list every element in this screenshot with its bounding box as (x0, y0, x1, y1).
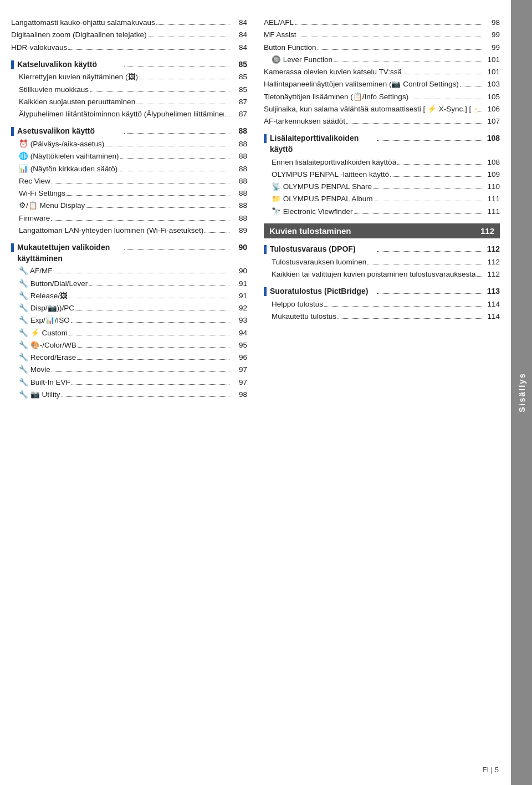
entry-text: Kaikkien suojausten peruuttaminen (19, 96, 135, 108)
entry-dots (52, 183, 229, 183)
section-dots (377, 251, 483, 252)
section-title: Mukautettujen valikoiden käyttäminen (17, 242, 123, 264)
toc-entry: 🔭 Electronic Viewfinder111 (264, 206, 500, 218)
entry-page: 88 (231, 187, 247, 200)
toc-section: Asetusvalikon käyttö88 (11, 126, 247, 137)
toc-entry: Digitaalinen zoom (Digitaalinen telejatk… (11, 29, 247, 41)
entry-text: 🔧 Release/🖼 (19, 290, 68, 302)
entry-text: Kierrettyjen kuvien näyttäminen (🖼) (19, 71, 138, 83)
entry-dots (69, 335, 229, 335)
entry-page: 84 (231, 42, 247, 54)
toc-entry: Tietonäyttöjen lisääminen (📋/Info Settin… (264, 91, 500, 103)
entry-text: ⏰ (Päiväys-/aika-asetus) (19, 138, 104, 150)
toc-entry: 🔧 Built-In EVF97 (11, 376, 247, 389)
entry-text: 📁 OLYMPUS PENPAL Album (272, 193, 373, 205)
toc-entry: Suljinaika, kun salama välähtää automaat… (264, 103, 500, 115)
entry-page: 87 (231, 108, 247, 120)
entry-text: Helppo tulostus (272, 298, 323, 310)
entry-page: 107 (483, 115, 500, 128)
entry-dots (68, 49, 229, 50)
entry-dots (54, 273, 230, 273)
entry-page: 98 (483, 17, 500, 29)
entry-page: 97 (231, 364, 247, 376)
section-title: Lisälaiteporttivalikoiden käyttö (270, 133, 376, 155)
entry-dots (318, 49, 482, 50)
section-dots (377, 293, 483, 294)
entry-page: 85 (231, 84, 247, 96)
highlight-title: Kuvien tulostaminen (269, 226, 351, 236)
entry-page: 96 (231, 351, 247, 364)
entry-dots (71, 384, 229, 385)
entry-page: 110 (483, 181, 500, 193)
entry-text: Rec View (19, 175, 50, 187)
left-column: Langattomasti kauko-ohjattu salamakuvaus… (11, 17, 247, 763)
entry-page: 108 (483, 156, 500, 169)
entry-page: 105 (483, 91, 500, 103)
toc-entry: OLYMPUS PENPAL -laitteen käyttö109 (264, 169, 500, 181)
entry-dots (346, 123, 482, 124)
entry-page: 99 (483, 29, 500, 41)
entry-page: 91 (231, 278, 247, 290)
section-page: 113 (483, 286, 500, 297)
toc-section: Lisälaiteporttivalikoiden käyttö108 (264, 133, 500, 155)
page-container: Sisällys Langattomasti kauko-ohjattu sal… (0, 0, 532, 785)
entry-page: 88 (231, 200, 247, 212)
entry-text: Tulostusvarauksen luominen (272, 256, 366, 268)
entry-dots (390, 176, 482, 177)
entry-text: Hallintapaneelinäyttöjen valitseminen (📷… (264, 78, 459, 90)
toc-section: Suoratulostus (PictBridge)113 (264, 286, 500, 297)
entry-page: 114 (483, 298, 500, 310)
entry-page: 114 (483, 310, 500, 323)
side-tab: Sisällys (511, 0, 532, 785)
entry-text: HDR-valokuvaus (11, 42, 67, 54)
entry-page: 101 (483, 54, 500, 66)
entry-text: 🔧 📷 Utility (19, 389, 60, 401)
entry-page: 103 (483, 78, 500, 90)
toc-entry: 🔧 Exp/📊/ISO93 (11, 314, 247, 327)
entry-page: 88 (231, 150, 247, 162)
toc-entry: 📡 OLYMPUS PENPAL Share110 (264, 181, 500, 193)
entry-text: 🔧 Button/Dial/Lever (19, 278, 88, 290)
entry-dots (148, 37, 229, 37)
entry-text: 🔧 Disp/📷))/PC (19, 302, 74, 314)
entry-text: 🔧 Record/Erase (19, 351, 76, 364)
entry-page: 109 (483, 169, 500, 181)
entry-page: 95 (231, 339, 247, 351)
entry-dots (410, 99, 482, 99)
entry-page: 88 (231, 163, 247, 175)
section-bar (264, 287, 267, 296)
entry-dots (204, 232, 229, 233)
toc-entry: Kaikkien suojausten peruuttaminen87 (11, 96, 247, 108)
entry-text: 📊 (Näytön kirkkauden säätö) (19, 163, 117, 175)
section-page: 85 (231, 59, 247, 70)
entry-dots (298, 37, 482, 37)
entry-dots (119, 171, 229, 171)
entry-text: Kamerassa olevien kuvien katselu TV:ssä (264, 66, 402, 78)
entry-dots (69, 298, 229, 298)
entry-page: 99 (483, 42, 500, 54)
entry-page: 98 (231, 389, 247, 401)
entry-text: Stillkuvien muokkaus (19, 84, 89, 96)
section-bar (11, 243, 14, 252)
toc-section: Katseluvalikon käyttö85 (11, 59, 247, 70)
entry-text: 🔧 Exp/📊/ISO (19, 314, 70, 327)
entry-dots (105, 146, 229, 146)
entry-dots (334, 62, 482, 62)
toc-entry: 🔧 Record/Erase96 (11, 351, 247, 364)
entry-text: Suljinaika, kun salama välähtää automaat… (264, 103, 477, 115)
entry-page: 88 (231, 175, 247, 187)
entry-text: 📡 OLYMPUS PENPAL Share (272, 181, 372, 193)
toc-entry: Älypuhelimen liitäntätoiminnon käyttö (Ä… (11, 108, 247, 120)
entry-text: AF-tarkennuksen säädöt (264, 115, 345, 128)
entry-page: 87 (231, 96, 247, 108)
toc-entry: Mukautettu tulostus114 (264, 310, 500, 323)
toc-entry: MF Assist99 (264, 29, 500, 41)
toc-entry: 🔧 AF/MF90 (11, 265, 247, 277)
main-content: Langattomasti kauko-ohjattu salamakuvaus… (0, 0, 511, 785)
section-bar (11, 127, 14, 136)
right-column: AEL/AFL98MF Assist99Button Function99🔘 L… (264, 17, 500, 763)
entry-text: 🔭 Electronic Viewfinder (272, 206, 353, 218)
entry-page: 97 (231, 376, 247, 389)
entry-text: MF Assist (264, 29, 296, 41)
entry-page: 92 (231, 302, 247, 314)
